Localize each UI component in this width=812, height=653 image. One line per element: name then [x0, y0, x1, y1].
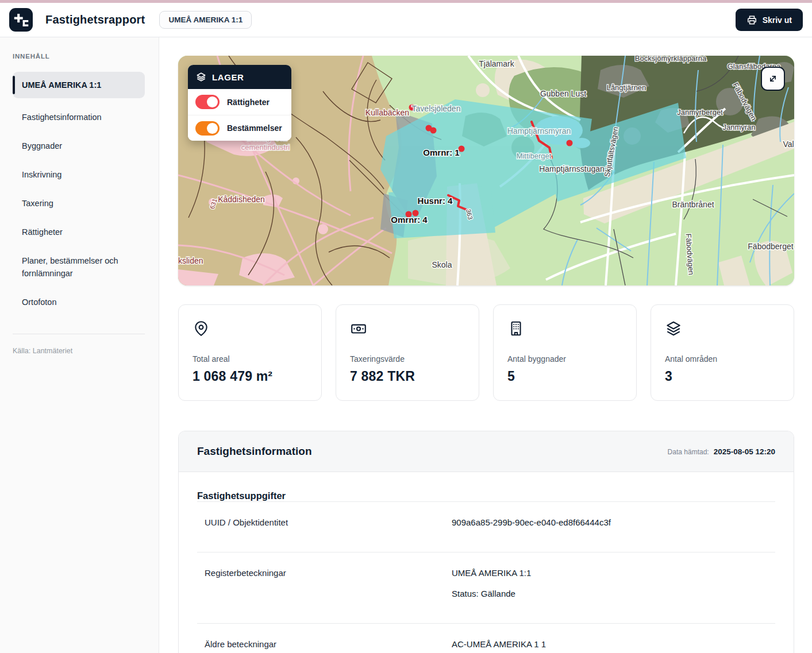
- field-label: UUID / Objektidentitet: [205, 517, 452, 538]
- page-title: Fastighetsrapport: [45, 13, 145, 26]
- stat-card-taxeringsvarde: Taxeringsvärde 7 882 TKR: [336, 304, 479, 401]
- map-label: Långtjärnen: [607, 83, 646, 92]
- map-label: cementindustri: [241, 143, 290, 152]
- field-value-line: Status: Gällande: [452, 589, 775, 598]
- map-label: Kullabäcken: [365, 108, 409, 117]
- map-label: Val: [783, 140, 794, 149]
- sidebar-nav: UMEÅ AMERIKA 1:1 Fastighetsinformation B…: [13, 72, 145, 316]
- stat-card-total-areal: Total areal 1 068 479 m²: [178, 304, 322, 401]
- bestammelser-toggle[interactable]: [195, 121, 220, 136]
- stats-row: Total areal 1 068 479 m² Taxeringsvärde …: [178, 304, 794, 401]
- logo-glyph-icon: [13, 11, 30, 29]
- layer-label: Rättigheter: [227, 98, 270, 107]
- stat-value: 3: [665, 369, 780, 384]
- sidebar-item-byggnader[interactable]: Byggnader: [13, 132, 145, 160]
- sidebar-item-planer[interactable]: Planer, bestämmelser och fornlämningar: [13, 246, 145, 288]
- map-label: Husnr: 4: [418, 196, 453, 206]
- layers-panel-title: LAGER: [212, 72, 244, 82]
- layer-label: Bestämmelser: [227, 123, 282, 133]
- layer-row-rattigheter: Rättigheter: [188, 89, 291, 115]
- map-label: Kåddisheden: [218, 195, 265, 204]
- stat-value: 5: [507, 369, 622, 384]
- info-row-registerbeteckningar: Registerbeteckningar UMEÅ AMERIKA 1:1Sta…: [197, 552, 775, 623]
- main-content: TjälamarkBocksjömyrkläpparnaGlansfäbodar…: [159, 37, 812, 653]
- map-label: Omrnr: 1: [423, 148, 459, 157]
- field-value-line: AC-UMEÅ AMERIKA 1 1: [452, 639, 775, 649]
- subsection-title: Fastighetsuppgifter: [197, 490, 775, 501]
- layers-panel: LAGER Rättigheter Bestämmelser: [188, 65, 291, 141]
- map-label: Janmyrberget: [677, 108, 723, 117]
- layers-panel-header: LAGER: [188, 65, 291, 89]
- print-button[interactable]: Skriv ut: [736, 9, 803, 31]
- sidebar-item-rattigheter[interactable]: Rättigheter: [13, 218, 145, 246]
- section-title: Fastighetsinformation: [197, 445, 312, 458]
- map-label: Omrnr: 4: [391, 215, 428, 225]
- field-label: Äldre beteckningar: [205, 639, 452, 653]
- map-label: Hamptjärnsstugan: [539, 164, 605, 173]
- fetched-label: Data hämtad:: [668, 448, 709, 456]
- section-header: Fastighetsinformation Data hämtad: 2025-…: [179, 431, 794, 472]
- source-note: Källa: Lantmäteriet: [13, 347, 145, 355]
- map-label: Tjälamark: [479, 59, 514, 68]
- layers-icon: [665, 320, 682, 337]
- map-label: Skola: [432, 260, 452, 269]
- sidebar-item-inskrivning[interactable]: Inskrivning: [13, 160, 145, 189]
- section-body: Fastighetsuppgifter UUID / Objektidentit…: [179, 472, 794, 653]
- field-label: Registerbeteckningar: [205, 568, 452, 609]
- stat-value: 1 068 479 m²: [193, 369, 307, 384]
- fastighetsinformation-section: Fastighetsinformation Data hämtad: 2025-…: [178, 431, 794, 653]
- fetched-timestamp: 2025-08-05 12:20: [714, 447, 775, 456]
- printer-icon: [746, 14, 757, 25]
- map-label: Hamptjärnsmyran: [507, 126, 571, 136]
- layer-row-bestammelser: Bestämmelser: [188, 115, 291, 141]
- map-label: Janmyran: [722, 123, 755, 132]
- field-value-line: 909a6a85-299b-90ec-e040-ed8f66444c3f: [452, 517, 775, 527]
- app-logo: [9, 8, 33, 32]
- map-label: Mittiberget: [517, 152, 552, 160]
- layers-icon: [196, 72, 206, 82]
- stat-card-antal-omraden: Antal områden 3: [651, 304, 794, 401]
- sidebar-heading: INNEHÅLL: [13, 53, 145, 60]
- banknote-icon: [350, 320, 367, 337]
- sidebar-item-umea-amerika[interactable]: UMEÅ AMERIKA 1:1: [13, 72, 145, 98]
- sidebar-item-ortofoton[interactable]: Ortofoton: [13, 288, 145, 316]
- stat-label: Taxeringsvärde: [350, 354, 465, 364]
- stat-label: Antal byggnader: [507, 354, 622, 364]
- expand-icon: [767, 73, 779, 84]
- sidebar-item-taxering[interactable]: Taxering: [13, 189, 145, 218]
- map-label: Gubben Lust: [540, 89, 586, 98]
- map-label: Bocksjömyrkläpparna: [635, 56, 707, 63]
- data-fetched: Data hämtad: 2025-08-05 12:20: [668, 447, 775, 456]
- app-header: Fastighetsrapport UMEÅ AMERIKA 1:1 Skriv…: [0, 3, 812, 37]
- property-map[interactable]: TjälamarkBocksjömyrkläpparnaGlansfäbodar…: [178, 56, 794, 285]
- sidebar-item-fastighetsinformation[interactable]: Fastighetsinformation: [13, 103, 145, 132]
- property-chip: UMEÅ AMERIKA 1:1: [159, 11, 252, 29]
- stat-label: Total areal: [193, 354, 307, 364]
- stat-label: Antal områden: [665, 354, 780, 364]
- info-row-uuid: UUID / Objektidentitet 909a6a85-299b-90e…: [197, 501, 775, 552]
- field-values: AC-UMEÅ AMERIKA 1 1Omregistreringsdatum:…: [452, 639, 775, 653]
- field-values: 909a6a85-299b-90ec-e040-ed8f66444c3f: [452, 517, 775, 538]
- stat-card-antal-byggnader: Antal byggnader 5: [493, 304, 637, 401]
- map-label: Tavelsjöleden: [412, 104, 461, 113]
- field-values: UMEÅ AMERIKA 1:1Status: Gällande: [452, 568, 775, 609]
- info-row-aldre-beteckningar: Äldre beteckningar AC-UMEÅ AMERIKA 1 1Om…: [197, 623, 775, 653]
- map-expand-button[interactable]: [761, 67, 785, 91]
- field-value-line: UMEÅ AMERIKA 1:1: [452, 568, 775, 578]
- location-pin-icon: [193, 320, 210, 337]
- contents-sidebar: INNEHÅLL UMEÅ AMERIKA 1:1 Fastighetsinfo…: [0, 37, 159, 653]
- rights-dot: [430, 127, 437, 134]
- rights-dot: [567, 140, 573, 146]
- stat-value: 7 882 TKR: [350, 369, 465, 384]
- map-label: Bräntbrånet: [672, 200, 714, 209]
- sidebar-divider: [13, 334, 145, 334]
- map-label: ksliden: [178, 256, 203, 265]
- building-icon: [507, 320, 525, 337]
- print-button-label: Skriv ut: [763, 16, 792, 25]
- map-label: Fäbodberget: [748, 242, 794, 251]
- rattigheter-toggle[interactable]: [195, 95, 220, 109]
